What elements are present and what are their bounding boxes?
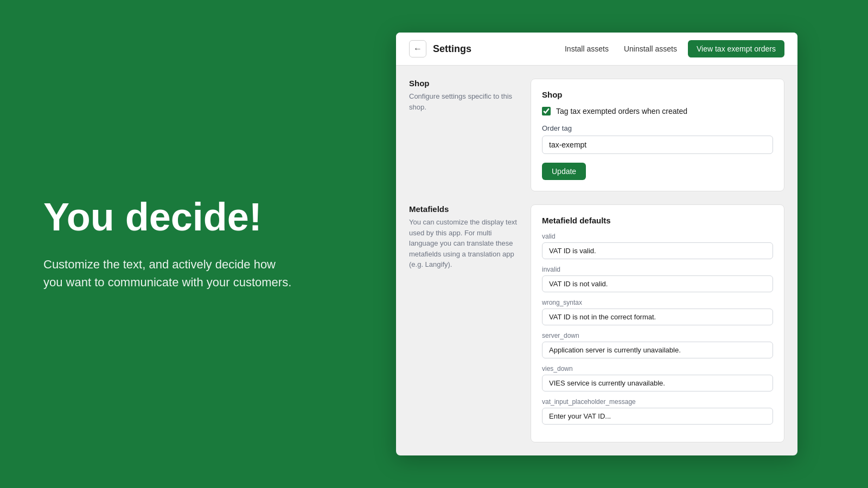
tag-exempted-checkbox[interactable] — [542, 107, 551, 115]
tag-exempted-checkbox-row: Tag tax exempted orders when created — [542, 107, 773, 115]
metafields-list: validinvalidwrong_syntaxserver_downvies_… — [542, 233, 773, 425]
metafield-input[interactable] — [542, 242, 773, 259]
back-icon: ← — [413, 44, 422, 54]
view-tax-exempt-button[interactable]: View tax exempt orders — [688, 40, 784, 57]
metafields-label-desc: You can customize the display text used … — [409, 217, 518, 270]
metafield-row: vies_down — [542, 365, 773, 391]
header-actions: Install assets Uninstall assets View tax… — [560, 40, 784, 57]
header-left: ← Settings — [409, 40, 471, 57]
metafield-input[interactable] — [542, 408, 773, 425]
metafield-input[interactable] — [542, 309, 773, 325]
metafield-input[interactable] — [542, 275, 773, 292]
app-content: Shop Configure settings specific to this… — [396, 66, 797, 455]
metafield-key: vat_input_placeholder_message — [542, 398, 773, 406]
metafield-row: wrong_syntax — [542, 299, 773, 325]
metafield-key: valid — [542, 233, 773, 240]
left-panel: You decide! Customize the text, and acti… — [0, 164, 336, 324]
app-header: ← Settings Install assets Uninstall asse… — [396, 33, 797, 66]
update-button[interactable]: Update — [542, 163, 586, 180]
uninstall-assets-button[interactable]: Uninstall assets — [620, 41, 681, 56]
install-assets-button[interactable]: Install assets — [560, 41, 613, 56]
hero-subtitle: Customize the text, and actively decide … — [43, 255, 293, 291]
shop-card-title: Shop — [542, 90, 773, 99]
metafield-row: valid — [542, 233, 773, 259]
shop-card: Shop Tag tax exempted orders when create… — [531, 79, 784, 191]
app-window: ← Settings Install assets Uninstall asse… — [396, 33, 797, 455]
metafield-key: wrong_syntax — [542, 299, 773, 306]
metafields-card-title: Metafield defaults — [542, 216, 773, 225]
shop-section-label: Shop Configure settings specific to this… — [409, 79, 518, 191]
shop-label-title: Shop — [409, 79, 518, 88]
shop-label-desc: Configure settings specific to this shop… — [409, 91, 518, 112]
metafield-row: server_down — [542, 332, 773, 358]
metafield-key: invalid — [542, 266, 773, 273]
tag-exempted-label: Tag tax exempted orders when created — [556, 107, 687, 115]
metafields-section-label: Metafields You can customize the display… — [409, 204, 518, 442]
metafields-section: Metafields You can customize the display… — [409, 204, 784, 442]
metafield-key: vies_down — [542, 365, 773, 373]
page-title: Settings — [433, 43, 471, 55]
back-button[interactable]: ← — [409, 40, 426, 57]
shop-section: Shop Configure settings specific to this… — [409, 79, 784, 191]
metafield-row: vat_input_placeholder_message — [542, 398, 773, 425]
order-tag-input[interactable] — [542, 136, 773, 154]
order-tag-label: Order tag — [542, 124, 773, 132]
metafields-card: Metafield defaults validinvalidwrong_syn… — [531, 204, 784, 442]
metafield-input[interactable] — [542, 375, 773, 391]
metafield-input[interactable] — [542, 342, 773, 358]
hero-title: You decide! — [43, 197, 293, 238]
metafield-row: invalid — [542, 266, 773, 292]
metafields-label-title: Metafields — [409, 204, 518, 214]
metafield-key: server_down — [542, 332, 773, 339]
right-panel: ← Settings Install assets Uninstall asse… — [336, 22, 868, 466]
